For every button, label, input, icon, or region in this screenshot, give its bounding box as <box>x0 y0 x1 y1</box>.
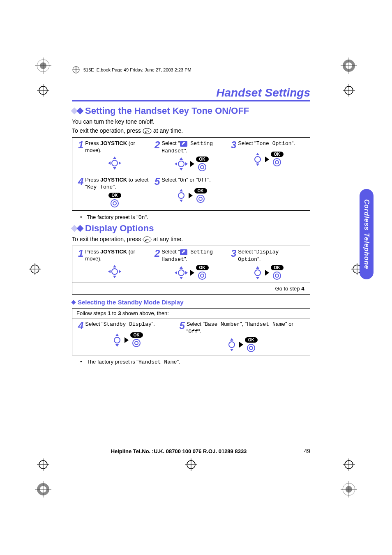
ok-button-icon: OK <box>271 265 284 280</box>
svg-point-40 <box>143 128 151 134</box>
svg-marker-73 <box>113 276 116 278</box>
section-heading-display: Display Options <box>72 223 310 234</box>
svg-point-100 <box>247 344 255 352</box>
joystick-4way-icon <box>174 157 189 171</box>
step-number: 4 <box>78 321 83 331</box>
section-tab-label: Cordless Telephone <box>363 199 370 269</box>
svg-point-60 <box>275 161 279 164</box>
step-number: 2 <box>154 249 160 258</box>
follow-steps-note: Follow steps 1 to 3 shown above, then: <box>72 309 310 316</box>
svg-marker-85 <box>256 266 259 269</box>
svg-marker-86 <box>256 277 259 279</box>
joystick-updown-icon <box>175 188 187 203</box>
crosshair-icon <box>343 84 355 97</box>
step-number: 2 <box>154 140 160 150</box>
svg-marker-93 <box>125 337 129 343</box>
register-mark-icon <box>341 481 357 497</box>
svg-point-63 <box>178 193 184 198</box>
svg-marker-79 <box>175 271 177 274</box>
svg-point-68 <box>199 197 202 200</box>
joystick-updown-icon <box>252 265 263 280</box>
arrow-right-icon <box>239 342 243 348</box>
wrench-icon <box>180 141 187 147</box>
svg-point-101 <box>249 346 253 350</box>
svg-marker-99 <box>239 342 243 348</box>
step-text: Press JOYSTICK to select "Key Tone". <box>85 177 151 191</box>
page-title: Handset Settings <box>72 86 310 99</box>
svg-point-71 <box>112 269 118 274</box>
section-heading-text: Setting the Handset Key Tone ON/OFF <box>85 106 249 116</box>
arrow-right-icon <box>265 157 269 162</box>
svg-marker-44 <box>113 167 116 170</box>
step-number: 3 <box>231 140 236 150</box>
svg-marker-57 <box>256 164 259 166</box>
ok-button-icon: OK <box>108 193 121 208</box>
svg-marker-72 <box>113 265 116 267</box>
step-number: 4 <box>78 177 83 187</box>
svg-point-62 <box>113 202 116 205</box>
arrow-right-icon <box>190 270 194 276</box>
joystick-updown-icon <box>226 337 238 352</box>
svg-point-94 <box>133 339 140 347</box>
step-text: Select "Tone Option". <box>238 140 295 147</box>
step-text: Select "Display Option". <box>238 249 304 263</box>
arrow-right-icon <box>190 161 194 167</box>
svg-point-55 <box>255 157 261 162</box>
svg-marker-64 <box>180 189 183 191</box>
svg-marker-48 <box>180 157 183 160</box>
arrow-right-icon <box>125 337 129 343</box>
crosshair-icon <box>185 458 197 471</box>
book-icon <box>72 66 80 74</box>
svg-marker-56 <box>256 153 259 155</box>
svg-marker-78 <box>180 277 183 279</box>
step-text: Select "Standby Display". <box>85 321 155 328</box>
register-mark-icon <box>35 58 51 74</box>
svg-marker-75 <box>119 270 121 273</box>
subsection-heading-standby: Selecting the Standby Mode Display <box>72 299 310 306</box>
svg-marker-74 <box>108 270 111 273</box>
svg-marker-45 <box>108 161 111 165</box>
svg-marker-97 <box>230 338 233 341</box>
step-number: 5 <box>179 321 184 331</box>
joystick-4way-icon <box>174 265 189 280</box>
svg-marker-50 <box>175 162 177 166</box>
joystick-updown-icon <box>111 333 123 348</box>
svg-marker-66 <box>189 193 193 198</box>
svg-point-76 <box>178 270 184 276</box>
svg-marker-58 <box>265 157 269 162</box>
step-text: Select " Setting Handset". <box>161 140 228 155</box>
ok-button-icon: OK <box>130 332 143 348</box>
step-number: 1 <box>78 249 83 258</box>
step-number: 3 <box>231 249 236 258</box>
wrench-icon <box>180 249 187 255</box>
subsection-heading-text: Selecting the Standby Mode Display <box>78 299 184 306</box>
svg-marker-87 <box>265 270 269 276</box>
intro-text: To exit the operation, press at any time… <box>72 235 310 244</box>
goto-step-note: Go to step 4. <box>72 283 310 294</box>
joystick-updown-icon <box>252 152 263 167</box>
meta-text: 515E_E.book Page 49 Friday, June 27, 200… <box>83 67 191 72</box>
svg-point-96 <box>229 342 235 348</box>
title-rule <box>72 100 310 101</box>
page-number: 49 <box>286 448 310 454</box>
ok-button-icon: OK <box>245 337 258 352</box>
crosshair-icon <box>37 458 49 471</box>
joystick-4way-icon <box>107 156 122 170</box>
joystick-4way-icon <box>107 264 122 279</box>
svg-marker-81 <box>190 270 194 276</box>
svg-marker-98 <box>230 349 233 351</box>
svg-marker-77 <box>180 266 183 269</box>
svg-point-41 <box>145 131 147 133</box>
ok-button-icon: OK <box>271 152 284 167</box>
arrow-right-icon <box>265 270 269 276</box>
svg-point-61 <box>111 200 118 207</box>
svg-point-67 <box>197 195 204 203</box>
section-heading-text: Display Options <box>85 223 154 234</box>
step-text: Press JOYSTICK (or move). <box>85 249 151 263</box>
crosshair-icon <box>37 84 49 97</box>
step-text: Select "On" or "Off". <box>161 177 211 184</box>
step-text: Select " Setting Handset". <box>161 249 228 263</box>
ok-button-icon: OK <box>194 188 207 203</box>
intro-text: You can turn the key tone on/off. <box>72 118 310 126</box>
cancel-icon <box>143 128 152 134</box>
